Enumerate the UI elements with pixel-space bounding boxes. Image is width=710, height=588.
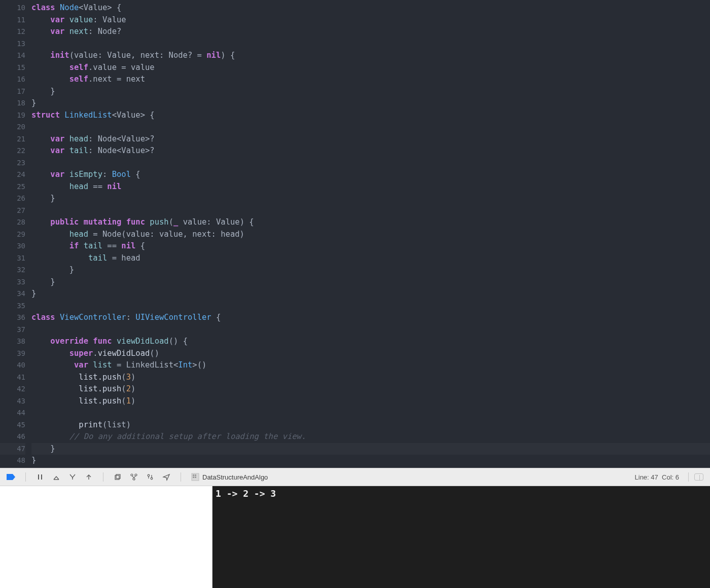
- svg-rect-8: [193, 474, 194, 476]
- continue-button[interactable]: [50, 471, 62, 483]
- code-line[interactable]: }: [31, 97, 710, 109]
- console-output[interactable]: 1 -> 2 -> 3: [212, 486, 710, 588]
- debug-view-hierarchy-button[interactable]: [112, 471, 124, 483]
- svg-point-2: [131, 474, 133, 476]
- code-line[interactable]: struct LinkedList<Value> {: [31, 109, 710, 122]
- app-icon: [191, 473, 199, 481]
- code-line[interactable]: var isEmpty: Bool {: [31, 169, 710, 181]
- code-line[interactable]: [31, 121, 710, 133]
- code-line[interactable]: head = Node(value: value, next: head): [31, 229, 710, 241]
- svg-point-5: [148, 474, 150, 476]
- code-line[interactable]: init(value: Value, next: Node? = nil) {: [31, 50, 710, 62]
- code-line[interactable]: }: [31, 455, 710, 464]
- line-number: 43: [0, 395, 25, 408]
- toolbar-separator: [103, 472, 103, 482]
- code-line[interactable]: var value: Value: [31, 14, 710, 26]
- line-number: 16: [0, 74, 25, 86]
- code-line[interactable]: super.viewDidLoad(): [31, 348, 710, 360]
- line-number: 28: [0, 216, 25, 229]
- line-number: 11: [0, 14, 25, 26]
- scheme-selector[interactable]: DataStructureAndAlgo: [191, 473, 268, 481]
- code-line[interactable]: override func viewDidLoad() {: [31, 336, 710, 348]
- code-content[interactable]: class Node<Value> { var value: Value var…: [31, 0, 710, 468]
- code-line[interactable]: [31, 157, 710, 169]
- line-number: 44: [0, 407, 25, 419]
- toolbar-separator: [25, 472, 26, 482]
- svg-rect-9: [195, 474, 196, 476]
- code-line[interactable]: tail = head: [31, 252, 710, 265]
- simulate-location-button[interactable]: [160, 471, 172, 483]
- line-number: 23: [0, 157, 25, 169]
- code-line[interactable]: }: [31, 193, 710, 205]
- svg-point-3: [135, 474, 137, 476]
- line-number: 12: [0, 26, 25, 38]
- code-line[interactable]: self.value = value: [31, 62, 710, 74]
- line-number: 10: [0, 2, 25, 14]
- code-line[interactable]: class Node<Value> {: [31, 2, 710, 14]
- pause-button[interactable]: [34, 471, 46, 483]
- code-line[interactable]: var head: Node<Value>?: [31, 133, 710, 145]
- variables-view[interactable]: [0, 486, 212, 588]
- line-number: 29: [0, 229, 25, 241]
- line-number: 30: [0, 240, 25, 252]
- code-line[interactable]: var list = LinkedList<Int>(): [31, 359, 710, 372]
- code-line[interactable]: }: [31, 264, 710, 276]
- code-line[interactable]: [31, 300, 710, 312]
- code-line[interactable]: head == nil: [31, 181, 710, 193]
- line-number: 27: [0, 205, 25, 217]
- line-number: 14: [0, 50, 25, 62]
- code-line[interactable]: var next: Node?: [31, 26, 710, 38]
- svg-rect-10: [193, 476, 194, 478]
- svg-point-6: [151, 477, 153, 480]
- step-into-button[interactable]: [83, 471, 95, 483]
- line-number: 26: [0, 193, 25, 205]
- code-line[interactable]: [31, 205, 710, 217]
- code-line[interactable]: }: [31, 276, 710, 288]
- console-line: 1 -> 2 -> 3: [216, 488, 276, 499]
- cursor-position: Line: 47 Col: 6: [635, 473, 679, 481]
- step-over-button[interactable]: [66, 471, 79, 483]
- code-line[interactable]: list.push(3): [31, 372, 710, 384]
- debug-memory-graph-button[interactable]: [128, 471, 140, 483]
- code-line[interactable]: self.next = next: [31, 74, 710, 86]
- line-number: 22: [0, 145, 25, 157]
- code-line[interactable]: var tail: Node<Value>?: [31, 145, 710, 157]
- svg-point-4: [133, 478, 135, 480]
- line-number: 37: [0, 324, 25, 336]
- line-number: 41: [0, 372, 25, 384]
- line-number: 36: [0, 312, 25, 324]
- code-line[interactable]: [31, 38, 710, 50]
- toggle-debug-area-button[interactable]: [693, 471, 705, 483]
- code-line[interactable]: list.push(1): [31, 395, 710, 408]
- line-number: 15: [0, 62, 25, 74]
- code-line[interactable]: list.push(2): [31, 383, 710, 395]
- breakpoint-toggle-button[interactable]: [5, 471, 17, 483]
- line-number: 47: [0, 443, 25, 455]
- svg-rect-11: [195, 476, 196, 478]
- code-line[interactable]: print(list): [31, 419, 710, 431]
- line-number: 17: [0, 86, 25, 98]
- code-line[interactable]: public mutating func push(_ value: Value…: [31, 216, 710, 229]
- scheme-name: DataStructureAndAlgo: [202, 473, 268, 481]
- debug-toolbar: DataStructureAndAlgo Line: 47 Col: 6: [0, 468, 710, 486]
- line-number: 35: [0, 300, 25, 312]
- line-number: 18: [0, 97, 25, 109]
- line-number: 25: [0, 181, 25, 193]
- environment-overrides-button[interactable]: [144, 471, 156, 483]
- code-line[interactable]: class ViewController: UIViewController {: [31, 312, 710, 324]
- line-number: 19: [0, 109, 25, 122]
- code-editor[interactable]: 1011121314151617181920212223242526272829…: [0, 0, 710, 468]
- code-line[interactable]: [31, 324, 710, 336]
- line-number: 20: [0, 121, 25, 133]
- line-number: 38: [0, 336, 25, 348]
- code-line[interactable]: // Do any additional setup after loading…: [31, 431, 710, 443]
- line-number: 33: [0, 276, 25, 288]
- code-line[interactable]: }: [31, 443, 710, 455]
- line-number: 48: [0, 455, 25, 467]
- svg-rect-0: [115, 475, 119, 480]
- code-line[interactable]: }: [31, 86, 710, 98]
- code-line[interactable]: [31, 407, 710, 419]
- code-line[interactable]: if tail == nil {: [31, 240, 710, 252]
- line-number: 40: [0, 359, 25, 372]
- code-line[interactable]: }: [31, 288, 710, 300]
